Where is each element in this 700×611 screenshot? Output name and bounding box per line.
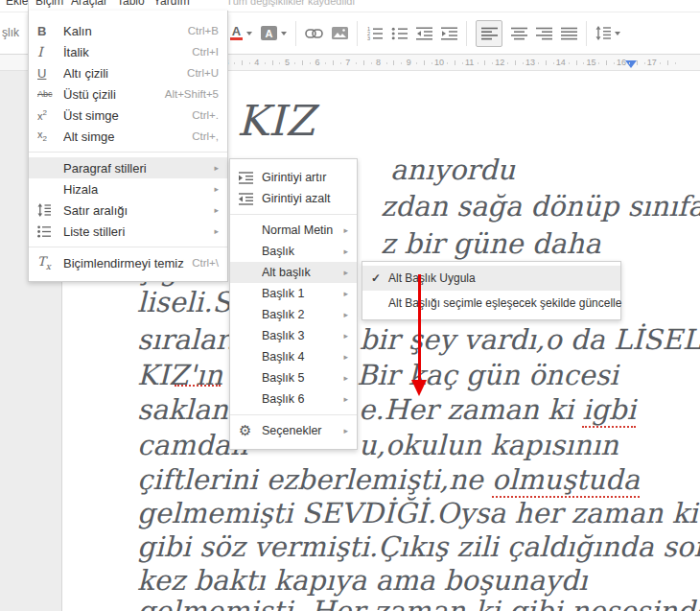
submenu-arrow-icon: ▸	[343, 373, 348, 383]
menu-item-baslik-5[interactable]: Başlık 5▸	[230, 367, 357, 388]
menu-item-alt-baslik[interactable]: Alt başlık▸	[230, 262, 357, 283]
indent-decrease-icon	[239, 193, 262, 205]
ruler-number: 5	[285, 58, 290, 67]
submenu-arrow-icon: ▸	[214, 226, 219, 236]
menu-item-girintiyi-azalt[interactable]: Girintiyi azalt	[230, 188, 357, 209]
menu-araclar[interactable]: Araçlar	[71, 0, 107, 8]
ruler-tick	[401, 62, 402, 64]
menu-divider	[29, 247, 227, 247]
menu-item-normal-metin[interactable]: Normal Metin▸	[230, 220, 357, 241]
menu-item-kalin[interactable]: BKalınCtrl+B	[29, 20, 227, 41]
menu-label: Başlık 3	[262, 329, 338, 342]
menu-label: Biçimlendirmeyi temizle	[63, 256, 184, 270]
toolbar-icons: A A 123	[230, 12, 620, 54]
menu-tablo[interactable]: Tablo	[117, 0, 145, 8]
menu-item-liste-stilleri[interactable]: Liste stilleri▸	[29, 221, 227, 242]
menu-item-secenekler[interactable]: ⚙Seçenekler▸	[230, 420, 357, 441]
style-selector[interactable]: şlık	[2, 26, 19, 39]
ruler-tick	[265, 62, 266, 64]
ruler-tick	[424, 60, 425, 65]
menu-bicim[interactable]: Biçim	[35, 0, 63, 8]
menu-shortcut: Ctrl+U	[187, 67, 219, 79]
menu-item-baslik-1[interactable]: Başlık 1▸	[230, 283, 357, 304]
menu-shortcut: Ctrl+.	[192, 109, 219, 121]
menu-label: Başlık 1	[262, 287, 338, 300]
menu-label: Başlık 2	[262, 308, 338, 321]
indent-marker-icon[interactable]	[625, 60, 637, 68]
red-arrow-head	[411, 380, 427, 396]
ruler-tick	[363, 60, 364, 65]
menu-shortcut: Ctrl+B	[188, 25, 219, 36]
menu-label: Üstü çizili	[63, 87, 157, 102]
menu-item-baslik-6[interactable]: Başlık 6▸	[230, 388, 357, 410]
menu-item-ust-simge[interactable]: x2Üst simgeCtrl+.	[29, 105, 227, 126]
subtitle-menu: ✓Alt Başlık Uygula Alt Başlığı seçimle e…	[362, 261, 621, 320]
svg-text:3: 3	[367, 35, 370, 40]
ruler-number: 15	[586, 58, 595, 67]
insert-link-icon[interactable]	[305, 28, 323, 39]
indent-increase-icon[interactable]	[441, 27, 457, 40]
submenu-arrow-icon: ▸	[214, 205, 219, 215]
list-styles-icon	[37, 225, 63, 238]
align-right-icon[interactable]	[536, 27, 552, 40]
insert-image-icon[interactable]	[332, 27, 348, 39]
ruler-tick	[462, 62, 463, 64]
menu-yardim[interactable]: Yardım	[153, 0, 190, 8]
menu-divider	[29, 152, 227, 153]
ruler-number: 8	[376, 58, 381, 67]
dropdown-caret-icon[interactable]	[246, 32, 252, 35]
menu-ekle[interactable]: Ekle	[6, 0, 28, 8]
bulleted-list-icon[interactable]	[391, 27, 408, 40]
ruler-tick	[492, 62, 493, 64]
ruler-tick	[356, 62, 357, 64]
menu-label: Başlık 4	[262, 350, 338, 364]
menu-item-alt-baslik-uygula[interactable]: ✓Alt Başlık Uygula	[362, 266, 620, 291]
submenu-arrow-icon: ▸	[343, 268, 348, 277]
italic-icon: I	[37, 44, 63, 59]
subscript-icon: x2	[37, 129, 63, 143]
menu-item-bicimlendirmeyi-temizle[interactable]: TxBiçimlendirmeyi temizleCtrl+\	[29, 252, 227, 273]
menu-item-satir-araligi[interactable]: Satır aralığı▸	[29, 200, 227, 221]
menu-shortcut: Ctrl+\	[192, 257, 219, 269]
menu-item-hizala[interactable]: Hizala▸	[29, 178, 227, 200]
submenu-arrow-icon: ▸	[343, 310, 348, 319]
justify-icon[interactable]	[561, 27, 577, 40]
ruler-number: 11	[465, 58, 474, 67]
submenu-arrow-icon: ▸	[343, 247, 348, 256]
align-left-button-active[interactable]	[476, 20, 502, 47]
menu-item-alt-basligi-guncelle[interactable]: Alt Başlığı seçimle eşleşecek şekilde gü…	[362, 291, 620, 316]
numbered-list-icon[interactable]: 123	[366, 27, 383, 40]
menu-item-paragraf-stilleri[interactable]: Paragraf stilleri▸	[29, 157, 227, 178]
line-spacing-icon[interactable]	[595, 26, 620, 40]
dropdown-caret-icon[interactable]	[615, 32, 620, 35]
text-color-icon[interactable]: A	[230, 26, 252, 40]
highlight-color-icon[interactable]: A	[261, 26, 287, 40]
ruler-tick	[386, 62, 387, 64]
menu-item-italik[interactable]: IİtalikCtrl+I	[29, 41, 227, 62]
menu-divider	[230, 214, 357, 215]
menu-item-girintiyi-artir[interactable]: Girintiyi artır	[230, 167, 357, 188]
submenu-arrow-icon: ▸	[343, 426, 348, 435]
ruler-tick	[538, 62, 539, 64]
menu-item-baslik-4[interactable]: Başlık 4▸	[230, 346, 357, 367]
menu-label: Üst simge	[63, 108, 184, 123]
menu-item-baslik-2[interactable]: Başlık 2▸	[230, 304, 357, 325]
menu-item-baslik-3[interactable]: Başlık 3▸	[230, 325, 357, 346]
menu-item-baslik[interactable]: Başlık▸	[230, 241, 357, 262]
align-center-icon[interactable]	[511, 27, 527, 40]
ruler-tick	[515, 60, 516, 65]
ruler-tick	[667, 60, 668, 65]
dropdown-caret-icon[interactable]	[281, 32, 287, 35]
ruler-number: 9	[407, 58, 411, 67]
ruler-tick	[606, 60, 607, 65]
ruler-number: 10	[434, 58, 444, 67]
menu-label: Alt Başlık Uygula	[388, 271, 476, 285]
menu-item-alti-cizili[interactable]: UAltı çiziliCtrl+U	[29, 62, 227, 83]
indent-decrease-icon[interactable]	[416, 27, 432, 40]
menu-divider	[230, 414, 357, 415]
ruler-tick	[294, 62, 295, 64]
ruler-tick	[614, 62, 615, 64]
bold-icon: B	[37, 24, 63, 38]
menu-item-alt-simge[interactable]: x2Alt simgeCtrl+,	[29, 126, 227, 147]
menu-item-ustu-cizili[interactable]: AbcÜstü çiziliAlt+Shift+5	[29, 83, 227, 105]
